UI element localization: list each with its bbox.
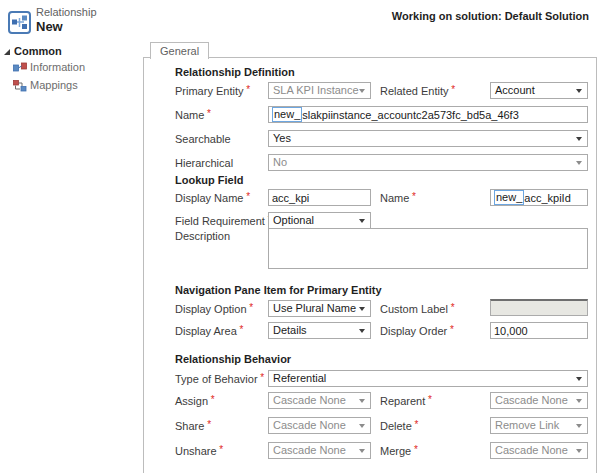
description-textarea[interactable] [268, 228, 588, 269]
lookup-name-prefix: new_ [494, 190, 524, 205]
share-label: Share [175, 420, 211, 432]
dropdown-arrow-icon [359, 89, 365, 93]
dropdown-arrow-icon [576, 424, 582, 428]
reparent-select[interactable]: Cascade None [490, 392, 588, 409]
mappings-icon [13, 80, 27, 92]
dropdown-arrow-icon [576, 161, 582, 165]
display-order-label: Display Order [380, 325, 454, 337]
dropdown-arrow-icon [359, 449, 365, 453]
record-name: New [36, 19, 63, 34]
section-relationship-definition-title: Relationship Definition [175, 66, 295, 78]
display-name-label: Display Name [175, 192, 250, 204]
unshare-select[interactable]: Cascade None [268, 442, 371, 459]
name-input[interactable]: new_slakpiinstance_accountc2a573fc_bd5a_… [268, 106, 588, 123]
dropdown-arrow-icon [576, 377, 582, 381]
relationship-info-icon [13, 62, 27, 74]
dropdown-arrow-icon [359, 219, 365, 223]
display-area-select[interactable]: Details [268, 322, 371, 339]
display-order-input[interactable] [490, 322, 588, 339]
tab-general[interactable]: General [150, 42, 209, 59]
relationship-form-window: { "header": { "entity_type": "Relationsh… [0, 0, 605, 473]
description-label: Description [175, 230, 230, 242]
hierarchical-label: Hierarchical [175, 157, 233, 169]
name-prefix: new_ [272, 107, 302, 122]
dropdown-arrow-icon [359, 329, 365, 333]
related-entity-label: Related Entity [380, 85, 455, 97]
section-navigation-pane-title: Navigation Pane Item for Primary Entity [175, 284, 382, 296]
display-name-input[interactable] [268, 189, 371, 206]
section-lookup-field-title: Lookup Field [175, 174, 243, 186]
field-requirement-select[interactable]: Optional [268, 212, 371, 229]
display-option-select[interactable]: Use Plural Name [268, 300, 371, 317]
display-area-label: Display Area [175, 325, 243, 337]
delete-label: Delete [380, 420, 418, 432]
dropdown-arrow-icon [359, 424, 365, 428]
searchable-label: Searchable [175, 133, 231, 145]
type-of-behavior-label: Type of Behavior [175, 373, 264, 385]
hierarchical-select[interactable]: No [268, 154, 588, 171]
custom-label-label: Custom Label [380, 303, 455, 315]
assign-label: Assign [175, 395, 215, 407]
working-on-solution: Working on solution: Default Solution [392, 10, 589, 22]
type-of-behavior-select[interactable]: Referential [268, 370, 588, 387]
dropdown-arrow-icon [359, 307, 365, 311]
name-label: Name [175, 109, 211, 121]
custom-label-input[interactable] [490, 299, 588, 316]
merge-label: Merge [380, 445, 418, 457]
reparent-label: Reparent [380, 395, 432, 407]
dropdown-arrow-icon [576, 449, 582, 453]
dropdown-arrow-icon [576, 399, 582, 403]
display-option-label: Display Option [175, 303, 253, 315]
relationship-icon [8, 11, 31, 34]
sidebar-item-information[interactable]: Information [30, 61, 85, 73]
delete-select[interactable]: Remove Link [490, 417, 588, 434]
tree-expand-icon[interactable] [4, 49, 10, 55]
primary-entity-label: Primary Entity [175, 85, 250, 97]
share-select[interactable]: Cascade None [268, 417, 371, 434]
unshare-label: Unshare [175, 445, 223, 457]
sidebar-item-mappings[interactable]: Mappings [30, 79, 78, 91]
searchable-select[interactable]: Yes [268, 130, 588, 147]
dropdown-arrow-icon [576, 137, 582, 141]
dropdown-arrow-icon [359, 399, 365, 403]
entity-type-label: Relationship [36, 6, 97, 18]
sidebar-group-common[interactable]: Common [14, 45, 62, 57]
assign-select[interactable]: Cascade None [268, 392, 371, 409]
merge-select[interactable]: Cascade None [490, 442, 588, 459]
field-requirement-label: Field Requirement [175, 215, 272, 227]
related-entity-select[interactable]: Account [490, 82, 588, 99]
primary-entity-select[interactable]: SLA KPI Instance [268, 82, 371, 99]
lookup-name-label: Name [380, 192, 416, 204]
lookup-name-input[interactable]: new_acc_kpiId [490, 189, 588, 206]
section-relationship-behavior-title: Relationship Behavior [175, 353, 291, 365]
dropdown-arrow-icon [576, 89, 582, 93]
